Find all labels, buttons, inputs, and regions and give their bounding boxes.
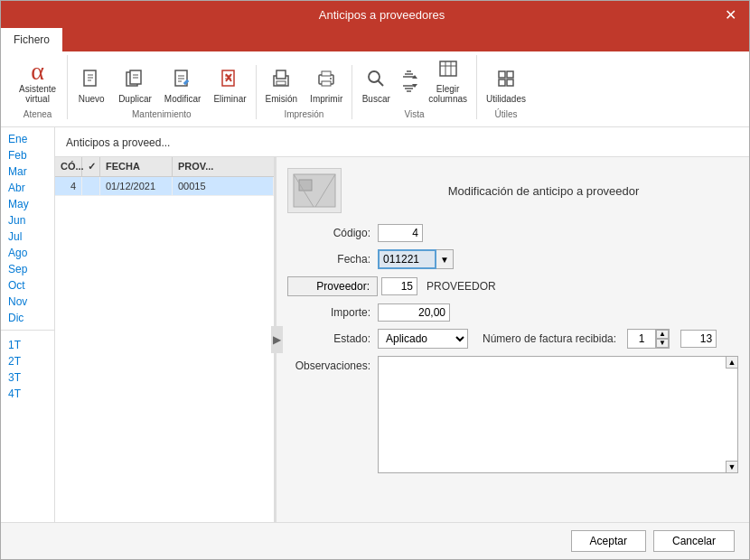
content-area: Anticipos a proveed... CÓ... ✓ FECHA PRO… [55,127,749,522]
sidebar-item-dic[interactable]: Dic [1,310,54,326]
detail-form: Código: Fecha: ▼ [287,224,738,481]
columnas-label: Elegircolumnas [428,84,467,104]
estado-select[interactable]: Aplicado Pendiente Cancelado [378,329,468,349]
sidebar-item-jun[interactable]: Jun [1,212,54,229]
split-view: CÓ... ✓ FECHA PROV... 4 01/12/2021 00015 [55,157,749,522]
close-button[interactable]: ✕ [719,5,742,25]
form-row-proveedor: Proveedor: PROVEEDOR [287,276,738,296]
codigo-input[interactable] [378,224,423,242]
detail-image [287,168,342,213]
svg-rect-41 [507,79,513,86]
sidebar-item-jul[interactable]: Jul [1,229,54,245]
svg-line-25 [379,81,384,87]
svg-rect-40 [499,79,505,86]
columnas-btn[interactable]: Elegircolumnas [423,55,473,107]
importe-label: Importe: [287,306,378,319]
ribbon-group-mantenimiento: Nuevo Duplicar Modificar [68,65,256,119]
svg-rect-38 [499,71,505,78]
factura-spin-down[interactable]: ▼ [656,339,669,348]
alpha-icon: α [31,59,44,84]
svg-point-24 [369,71,380,82]
importe-input[interactable] [378,303,450,322]
imprimir-label: Imprimir [310,94,342,104]
estado-row: Aplicado Pendiente Cancelado Número de f… [378,329,717,349]
ribbon-group-utiles: Utilidades Útiles [477,65,535,119]
buscar-btn[interactable]: Buscar [356,65,396,107]
utilidades-btn[interactable]: Utilidades [481,65,531,107]
emision-icon [271,69,291,92]
sidebar-item-3t[interactable]: 3T [1,369,54,386]
col-fecha: FECHA [100,157,173,176]
sidebar-item-feb[interactable]: Feb [1,147,54,163]
duplicar-icon [125,69,145,92]
sidebar: Ene Feb Mar Abr May Jun Jul Ago Sep Oct … [1,127,55,522]
group-mantenimiento-label: Mantenimiento [71,109,251,119]
aceptar-button[interactable]: Aceptar [571,530,646,552]
nuevo-btn[interactable]: Nuevo [71,65,111,107]
tab-fichero[interactable]: Fichero [1,28,62,51]
title-bar: Anticipos a proveedores ✕ [1,1,749,28]
sidebar-item-nov[interactable]: Nov [1,294,54,310]
modificar-icon [173,69,192,92]
group-utiles-label: Útiles [481,109,531,119]
window-title: Anticipos a proveedores [44,8,719,22]
obs-scroll-up[interactable]: ▲ [726,356,738,369]
svg-rect-34 [440,61,456,76]
codigo-label: Código: [287,227,378,239]
asistente-label: Asistentevirtual [19,84,56,104]
group-vista-label: Vista [356,109,473,119]
factura-spin-up[interactable]: ▲ [656,330,669,339]
svg-point-23 [330,78,332,79]
ribbon-group-impresion: Emisión Imprimir Impresión [257,65,353,119]
factura-num1-input[interactable] [628,331,655,347]
factura-num2-input[interactable] [680,330,717,348]
sidebar-item-sep[interactable]: Sep [1,261,54,277]
table-body: 4 01/12/2021 00015 [55,177,274,522]
sidebar-item-abr[interactable]: Abr [1,180,54,196]
sidebar-item-2t[interactable]: 2T [1,353,54,369]
buscar-icon [366,69,386,92]
cell-check [82,177,100,195]
main-window: Anticipos a proveedores ✕ Fichero α Asis… [0,0,750,560]
sidebar-item-oct[interactable]: Oct [1,277,54,294]
bottom-bar: Aceptar Cancelar [1,522,749,559]
ribbon-content: α Asistentevirtual Atenea Nuevo [1,51,749,126]
sidebar-item-ago[interactable]: Ago [1,245,54,261]
columnas-icon [438,59,458,82]
emision-btn[interactable]: Emisión [260,65,304,107]
ribbon-group-vista: Buscar Elegircolumnas [352,55,477,119]
sidebar-item-1t[interactable]: 1T [1,337,54,353]
modificar-btn[interactable]: Modificar [159,65,207,107]
sidebar-item-mar[interactable]: Mar [1,163,54,180]
utilidades-icon [496,69,516,92]
col-proveedor: PROV... [173,157,274,176]
sidebar-item-may[interactable]: May [1,196,54,212]
svg-rect-21 [322,71,331,76]
fecha-dropdown-btn[interactable]: ▼ [436,249,454,269]
proveedor-btn[interactable]: Proveedor: [287,276,378,296]
nuevo-label: Nuevo [79,94,105,104]
factura-label: Número de factura recibida: [483,332,616,345]
imprimir-btn[interactable]: Imprimir [305,65,348,107]
svg-rect-43 [299,180,312,191]
observaciones-textarea[interactable] [378,356,738,473]
asistente-virtual-btn[interactable]: α Asistentevirtual [12,55,63,107]
duplicar-btn[interactable]: Duplicar [113,65,157,107]
sort-asc-btn[interactable] [398,68,421,80]
sidebar-item-ene[interactable]: Ene [1,131,54,147]
svg-rect-39 [507,71,513,78]
fecha-input[interactable] [378,249,436,269]
sort-desc-btn[interactable] [398,82,421,95]
eliminar-btn[interactable]: Eliminar [208,65,251,107]
buscar-label: Buscar [362,94,390,104]
content-title: Anticipos a proveed... [66,136,170,149]
eliminar-icon [220,69,239,92]
svg-rect-22 [322,81,331,86]
proveedor-id-input[interactable] [381,277,417,295]
cancelar-button[interactable]: Cancelar [653,530,735,552]
obs-scroll-down[interactable]: ▼ [726,461,738,473]
sidebar-item-4t[interactable]: 4T [1,386,54,402]
table-row[interactable]: 4 01/12/2021 00015 [55,177,274,196]
expand-arrow[interactable]: ▶ [271,326,283,353]
observaciones-label: Observaciones: [287,356,378,372]
